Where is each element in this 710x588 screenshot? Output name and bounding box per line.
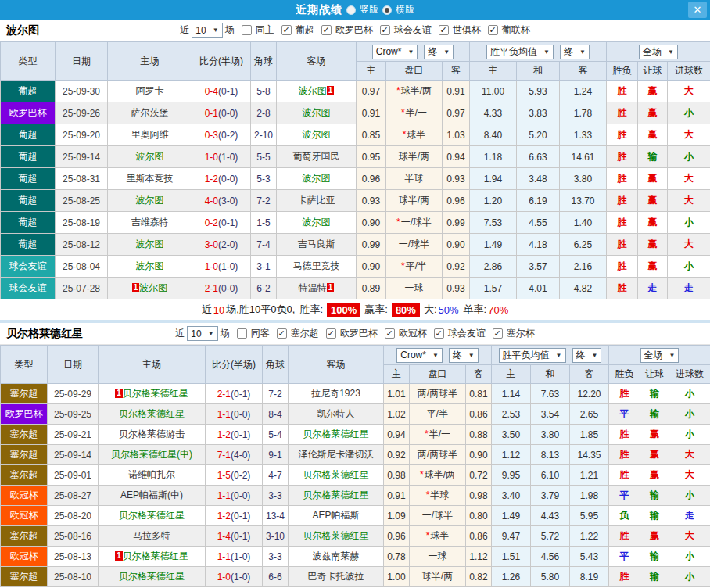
- team-name-text: 马拉多特: [133, 530, 170, 541]
- date-cell: 25-09-30: [56, 81, 108, 102]
- avg-away-odds: 1.24: [560, 81, 607, 102]
- avg-draw-odds: 4.55: [517, 212, 560, 234]
- checkbox-league-4[interactable]: ✓: [488, 25, 498, 35]
- away-team-cell: 贝尔格莱德红星: [289, 465, 384, 486]
- team-name-text: 波尔图: [303, 173, 331, 184]
- checkbox-league-0[interactable]: ✓: [277, 328, 287, 339]
- date-cell: 25-09-25: [48, 404, 99, 425]
- checkbox-league-4-label[interactable]: 葡联杯: [502, 23, 530, 37]
- date-cell: 25-08-20: [48, 506, 99, 526]
- result-goals: 大: [669, 445, 710, 465]
- checkbox-league-4[interactable]: ✓: [493, 328, 503, 339]
- checkbox-league-3-label[interactable]: 球会友谊: [448, 327, 486, 340]
- section-filter-row: 波尔图 近 10▼ 场 ✓ 同主 ✓ 葡超 ✓ 欧罗巴杯 ✓ 球会友谊 ✓ 世俱…: [0, 20, 710, 41]
- checkbox-same-away[interactable]: ✓: [237, 328, 247, 339]
- radio-vertical-layout[interactable]: [346, 5, 356, 15]
- result-handicap: 赢: [638, 102, 668, 124]
- final-odds-select[interactable]: 终▼: [449, 348, 479, 363]
- checkbox-league-0[interactable]: ✓: [281, 25, 292, 35]
- result-handicap: 输: [638, 146, 668, 168]
- checkbox-league-2[interactable]: ✓: [380, 25, 390, 35]
- bookmaker-select[interactable]: Crow*▼: [372, 45, 418, 59]
- checkbox-league-3[interactable]: ✓: [434, 328, 444, 339]
- avg-home-odds: 1.26: [492, 567, 531, 587]
- match-count-select[interactable]: 10▼: [192, 23, 222, 38]
- checkbox-same-away-label[interactable]: 同客: [251, 327, 270, 340]
- checkbox-league-2-label[interactable]: 球会友谊: [394, 23, 432, 37]
- corner-cell: 5-4: [263, 425, 289, 445]
- halftime-score: (0-0): [218, 174, 238, 185]
- checkbox-league-1-label[interactable]: 欧罗巴杯: [335, 23, 373, 37]
- bookmaker-select[interactable]: 胜平负均值▼: [499, 348, 566, 363]
- halftime-score: (0-1): [218, 86, 238, 97]
- checkbox-same-home[interactable]: ✓: [242, 25, 252, 35]
- final-odds-select[interactable]: 终▼: [572, 348, 602, 363]
- handicap-line: 平/半: [410, 404, 466, 425]
- handicap-home-odds: 0.93: [357, 190, 386, 212]
- checkbox-league-4-label[interactable]: 塞尔杯: [507, 327, 535, 340]
- match-row: 葡超25-08-25波尔图4-0(3-0)7-2卡萨比亚0.93球半/两0.96…: [1, 190, 710, 212]
- win-rate-label: 胜率:: [299, 303, 323, 317]
- matches-label: 场: [221, 327, 230, 340]
- avg-draw-odds: 3.80: [531, 425, 570, 445]
- avg-draw-odds: 3.48: [517, 168, 560, 190]
- final-odds-select[interactable]: 终▼: [560, 45, 590, 59]
- avg-draw-odds: 3.79: [531, 486, 570, 506]
- checkbox-league-0-label[interactable]: 葡超: [296, 23, 314, 37]
- team-name-red-star: 贝尔格莱德红星: [6, 327, 83, 341]
- avg-home-odds: 1.12: [492, 445, 531, 465]
- column-header: 日期: [56, 42, 108, 81]
- away-team-cell: 葡萄牙国民: [277, 146, 357, 168]
- avg-away-odds: 14.35: [570, 445, 609, 465]
- avg-away-odds: 1.21: [570, 465, 609, 486]
- handicap-line: *球半: [410, 526, 466, 547]
- halftime-score: (0-1): [231, 531, 250, 542]
- sub-column-header: 主: [470, 62, 517, 81]
- avg-draw-odds: 4.56: [531, 547, 570, 567]
- handicap-line: 球半/两: [410, 567, 466, 587]
- checkbox-league-3-label[interactable]: 世俱杯: [453, 23, 481, 37]
- sub-column-header: 主: [384, 365, 410, 384]
- team-name-text: 贝尔格莱德红星: [303, 469, 369, 480]
- fulltime-score: 0-1: [205, 108, 218, 119]
- checkbox-league-2[interactable]: ✓: [385, 328, 395, 339]
- checkbox-league-1[interactable]: ✓: [321, 25, 332, 35]
- checkbox-same-home-label[interactable]: 同主: [256, 23, 274, 37]
- checkbox-league-1[interactable]: ✓: [326, 328, 336, 339]
- team-name-text: 诺维帕扎尔: [128, 469, 175, 480]
- score-cell: 1-1(0-0): [206, 404, 263, 425]
- fulltime-score: 1-0: [205, 152, 218, 163]
- away-team-cell: 巴奇卡托波拉: [289, 567, 384, 587]
- checkbox-league-1-label[interactable]: 欧罗巴杯: [340, 327, 378, 340]
- team-name-porto: 波尔图: [6, 23, 39, 38]
- radio-horizontal-label[interactable]: 横版: [396, 3, 414, 16]
- match-row: 欧冠杯25-08-27AEP帕福斯(中)1-1(0-0)3-3贝尔格莱德红星0.…: [1, 486, 710, 506]
- league-cell: 葡超: [1, 168, 56, 190]
- avg-home-odds: 1.94: [470, 168, 517, 190]
- checkbox-league-2-label[interactable]: 欧冠杯: [399, 327, 427, 340]
- full-match-select[interactable]: 全场▼: [639, 45, 678, 59]
- fulltime-score: 0-2: [205, 217, 218, 228]
- team-name-text: 萨尔茨堡: [131, 107, 169, 118]
- handicap-line: *半/一: [386, 102, 443, 124]
- handicap-line: 球半/两: [386, 190, 443, 212]
- score-cell: 3-0(2-0): [192, 234, 251, 256]
- final-odds-select[interactable]: 终▼: [424, 45, 454, 59]
- radio-vertical-label[interactable]: 竖版: [360, 3, 378, 16]
- handicap-line: 两/两球半: [410, 445, 466, 465]
- result-goals: 大: [668, 190, 710, 212]
- checkbox-league-3[interactable]: ✓: [439, 25, 449, 35]
- profit-rate-label: 赢率:: [364, 303, 388, 317]
- match-count-select[interactable]: 10▼: [187, 326, 217, 341]
- bookmaker-select[interactable]: 胜平负均值▼: [486, 45, 554, 59]
- fulltime-score: 1-5: [217, 470, 231, 481]
- close-icon[interactable]: ✕: [688, 2, 707, 18]
- checkbox-league-0-label[interactable]: 塞尔超: [291, 327, 319, 340]
- full-match-select[interactable]: 全场▼: [640, 348, 680, 363]
- sub-column-header: 胜负: [607, 62, 638, 81]
- radio-horizontal-layout[interactable]: [382, 5, 392, 15]
- result-handicap: 赢: [640, 526, 669, 547]
- team-name-text: 贝尔格莱德红星(中): [111, 449, 192, 460]
- bookmaker-select[interactable]: Crow*▼: [396, 348, 443, 363]
- handicap-star-icon: *: [396, 85, 400, 96]
